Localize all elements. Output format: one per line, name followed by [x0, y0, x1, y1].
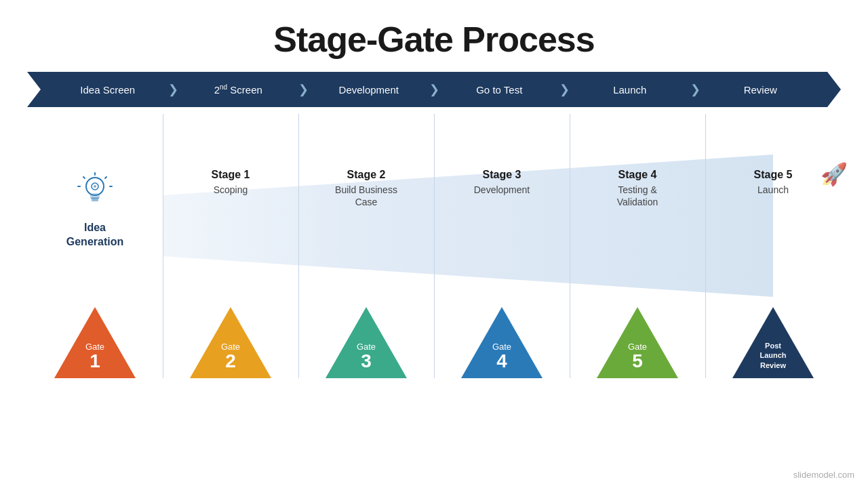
gates-row: Gate 1 Gate 2 Gate 3 Gate 4 Gate: [27, 307, 841, 378]
gate-post-label: PostLaunchReview: [760, 341, 786, 370]
stage-1-col: Stage 1 Scoping: [163, 168, 298, 249]
stage-5-title: Stage 5: [754, 168, 793, 182]
stage-1-title: Stage 1: [212, 168, 250, 182]
chevron-3-icon: ❯: [429, 82, 439, 97]
gate-5-number: 5: [632, 352, 643, 371]
lightbulb-icon: [71, 168, 119, 216]
stage-3-col: Stage 3 Development: [434, 168, 570, 249]
nav-item-idea-screen[interactable]: Idea Screen: [27, 72, 168, 107]
stage-4-subtitle: Testing &Validation: [617, 184, 658, 208]
gate-1-number: 1: [90, 352, 100, 371]
svg-point-10: [94, 185, 96, 188]
nav-item-2nd-screen[interactable]: 2nd Screen: [178, 72, 299, 107]
chevron-2-icon: ❯: [298, 82, 309, 97]
svg-rect-7: [91, 197, 99, 199]
stage-idea-title: IdeaGeneration: [66, 221, 123, 249]
gate-4-number: 4: [496, 352, 507, 371]
stage-5-col: Stage 5 Launch 🚀: [705, 168, 841, 249]
page-title: Stage-Gate Process: [0, 0, 868, 72]
gate-post-launch: PostLaunchReview: [732, 307, 814, 378]
nav-bar: Idea Screen ❯ 2nd Screen ❯ Development ❯…: [27, 72, 841, 107]
main-content: IdeaGeneration Stage 1 Scoping Stage 2 B…: [27, 114, 841, 378]
stages-row: IdeaGeneration Stage 1 Scoping Stage 2 B…: [27, 168, 841, 249]
stage-2-subtitle: Build BusinessCase: [335, 184, 397, 208]
stage-2-title: Stage 2: [347, 168, 386, 182]
stage-3-subtitle: Development: [474, 184, 530, 196]
gate-2-number: 2: [225, 352, 236, 371]
chevron-5-icon: ❯: [690, 82, 701, 97]
gate-5: Gate 5: [597, 307, 678, 378]
svg-line-5: [105, 177, 106, 178]
nav-item-launch[interactable]: Launch: [570, 72, 690, 107]
stage-5-subtitle: Launch: [757, 184, 789, 196]
nav-item-development[interactable]: Development: [309, 72, 429, 107]
gate-3-number: 3: [361, 352, 372, 371]
stage-idea-col: IdeaGeneration: [27, 168, 163, 249]
gate-4-col: Gate 4: [434, 307, 570, 378]
nav-item-go-to-test[interactable]: Go to Test: [439, 72, 560, 107]
chevron-1-icon: ❯: [168, 82, 178, 97]
nav-item-review[interactable]: Review: [701, 72, 842, 107]
rocket-icon: 🚀: [821, 161, 848, 187]
stage-2-col: Stage 2 Build BusinessCase: [298, 168, 434, 249]
gate-1: Gate 1: [54, 307, 136, 378]
gate-3-col: Gate 3: [298, 307, 434, 378]
watermark: slidemodel.com: [793, 470, 854, 480]
stage-4-col: Stage 4 Testing &Validation: [570, 168, 705, 249]
gate-post-col: PostLaunchReview: [705, 307, 841, 378]
stage-1-subtitle: Scoping: [214, 184, 248, 196]
stage-3-title: Stage 3: [483, 168, 521, 182]
gate-5-col: Gate 5: [570, 307, 705, 378]
svg-rect-8: [92, 199, 98, 201]
stage-4-title: Stage 4: [618, 168, 657, 182]
chevron-4-icon: ❯: [559, 82, 570, 97]
gate-4: Gate 4: [461, 307, 542, 378]
gate-2-col: Gate 2: [163, 307, 298, 378]
gate-1-col: Gate 1: [27, 307, 163, 378]
gate-2: Gate 2: [190, 307, 271, 378]
svg-line-3: [83, 177, 85, 178]
gate-3: Gate 3: [326, 307, 407, 378]
